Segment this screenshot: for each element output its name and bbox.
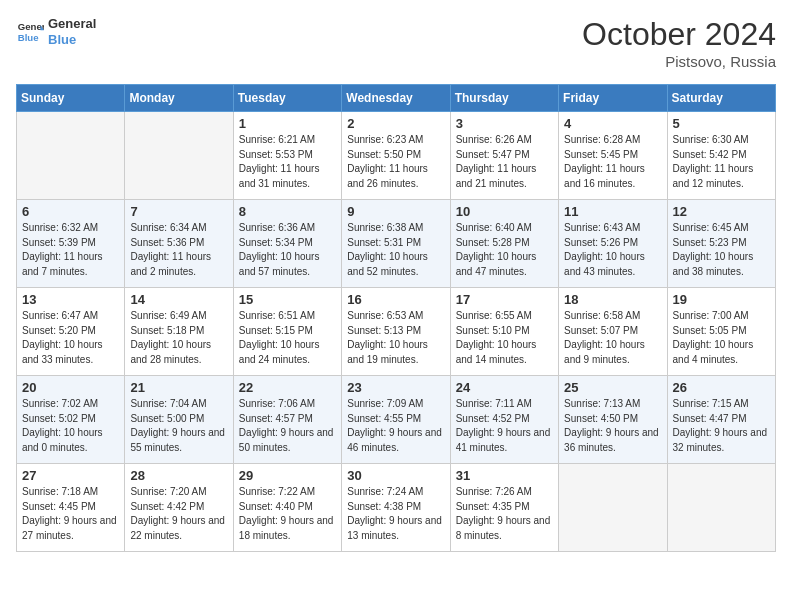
- day-number: 5: [673, 116, 770, 131]
- day-number: 9: [347, 204, 444, 219]
- calendar-cell: 10Sunrise: 6:40 AM Sunset: 5:28 PM Dayli…: [450, 200, 558, 288]
- calendar-cell: 1Sunrise: 6:21 AM Sunset: 5:53 PM Daylig…: [233, 112, 341, 200]
- day-info: Sunrise: 6:32 AM Sunset: 5:39 PM Dayligh…: [22, 221, 119, 279]
- day-number: 23: [347, 380, 444, 395]
- day-number: 1: [239, 116, 336, 131]
- day-number: 27: [22, 468, 119, 483]
- calendar-cell: 9Sunrise: 6:38 AM Sunset: 5:31 PM Daylig…: [342, 200, 450, 288]
- day-number: 11: [564, 204, 661, 219]
- day-number: 15: [239, 292, 336, 307]
- calendar-cell: 17Sunrise: 6:55 AM Sunset: 5:10 PM Dayli…: [450, 288, 558, 376]
- logo-text-blue: Blue: [48, 32, 96, 48]
- day-info: Sunrise: 7:00 AM Sunset: 5:05 PM Dayligh…: [673, 309, 770, 367]
- calendar-cell: 12Sunrise: 6:45 AM Sunset: 5:23 PM Dayli…: [667, 200, 775, 288]
- page-header: General Blue General Blue October 2024 P…: [16, 16, 776, 70]
- calendar-cell: [559, 464, 667, 552]
- day-info: Sunrise: 6:23 AM Sunset: 5:50 PM Dayligh…: [347, 133, 444, 191]
- day-number: 18: [564, 292, 661, 307]
- calendar-cell: 14Sunrise: 6:49 AM Sunset: 5:18 PM Dayli…: [125, 288, 233, 376]
- day-number: 6: [22, 204, 119, 219]
- day-number: 4: [564, 116, 661, 131]
- calendar-cell: 13Sunrise: 6:47 AM Sunset: 5:20 PM Dayli…: [17, 288, 125, 376]
- day-info: Sunrise: 7:02 AM Sunset: 5:02 PM Dayligh…: [22, 397, 119, 455]
- calendar-cell: 27Sunrise: 7:18 AM Sunset: 4:45 PM Dayli…: [17, 464, 125, 552]
- calendar-cell: 22Sunrise: 7:06 AM Sunset: 4:57 PM Dayli…: [233, 376, 341, 464]
- day-info: Sunrise: 6:21 AM Sunset: 5:53 PM Dayligh…: [239, 133, 336, 191]
- month-title: October 2024: [582, 16, 776, 53]
- logo-text-general: General: [48, 16, 96, 32]
- calendar-cell: 28Sunrise: 7:20 AM Sunset: 4:42 PM Dayli…: [125, 464, 233, 552]
- day-info: Sunrise: 7:09 AM Sunset: 4:55 PM Dayligh…: [347, 397, 444, 455]
- day-info: Sunrise: 6:28 AM Sunset: 5:45 PM Dayligh…: [564, 133, 661, 191]
- day-number: 12: [673, 204, 770, 219]
- logo-icon: General Blue: [16, 18, 44, 46]
- calendar-cell: 24Sunrise: 7:11 AM Sunset: 4:52 PM Dayli…: [450, 376, 558, 464]
- week-row-2: 6Sunrise: 6:32 AM Sunset: 5:39 PM Daylig…: [17, 200, 776, 288]
- svg-text:Blue: Blue: [18, 31, 39, 42]
- day-info: Sunrise: 7:26 AM Sunset: 4:35 PM Dayligh…: [456, 485, 553, 543]
- col-header-tuesday: Tuesday: [233, 85, 341, 112]
- day-number: 10: [456, 204, 553, 219]
- day-info: Sunrise: 6:47 AM Sunset: 5:20 PM Dayligh…: [22, 309, 119, 367]
- svg-text:General: General: [18, 21, 44, 32]
- day-info: Sunrise: 7:13 AM Sunset: 4:50 PM Dayligh…: [564, 397, 661, 455]
- day-number: 2: [347, 116, 444, 131]
- day-info: Sunrise: 6:49 AM Sunset: 5:18 PM Dayligh…: [130, 309, 227, 367]
- calendar-cell: [667, 464, 775, 552]
- calendar-cell: 23Sunrise: 7:09 AM Sunset: 4:55 PM Dayli…: [342, 376, 450, 464]
- week-row-1: 1Sunrise: 6:21 AM Sunset: 5:53 PM Daylig…: [17, 112, 776, 200]
- day-number: 21: [130, 380, 227, 395]
- calendar-cell: 26Sunrise: 7:15 AM Sunset: 4:47 PM Dayli…: [667, 376, 775, 464]
- day-info: Sunrise: 7:22 AM Sunset: 4:40 PM Dayligh…: [239, 485, 336, 543]
- day-info: Sunrise: 7:15 AM Sunset: 4:47 PM Dayligh…: [673, 397, 770, 455]
- day-number: 25: [564, 380, 661, 395]
- day-number: 22: [239, 380, 336, 395]
- calendar-cell: [125, 112, 233, 200]
- calendar-cell: 8Sunrise: 6:36 AM Sunset: 5:34 PM Daylig…: [233, 200, 341, 288]
- logo: General Blue General Blue: [16, 16, 96, 47]
- col-header-saturday: Saturday: [667, 85, 775, 112]
- title-block: October 2024 Pistsovo, Russia: [582, 16, 776, 70]
- day-number: 31: [456, 468, 553, 483]
- calendar-cell: 21Sunrise: 7:04 AM Sunset: 5:00 PM Dayli…: [125, 376, 233, 464]
- calendar-cell: 4Sunrise: 6:28 AM Sunset: 5:45 PM Daylig…: [559, 112, 667, 200]
- day-number: 8: [239, 204, 336, 219]
- day-info: Sunrise: 6:34 AM Sunset: 5:36 PM Dayligh…: [130, 221, 227, 279]
- calendar-cell: 3Sunrise: 6:26 AM Sunset: 5:47 PM Daylig…: [450, 112, 558, 200]
- week-row-5: 27Sunrise: 7:18 AM Sunset: 4:45 PM Dayli…: [17, 464, 776, 552]
- day-info: Sunrise: 7:24 AM Sunset: 4:38 PM Dayligh…: [347, 485, 444, 543]
- day-number: 7: [130, 204, 227, 219]
- calendar-cell: 11Sunrise: 6:43 AM Sunset: 5:26 PM Dayli…: [559, 200, 667, 288]
- day-info: Sunrise: 6:53 AM Sunset: 5:13 PM Dayligh…: [347, 309, 444, 367]
- calendar-cell: 15Sunrise: 6:51 AM Sunset: 5:15 PM Dayli…: [233, 288, 341, 376]
- col-header-sunday: Sunday: [17, 85, 125, 112]
- day-number: 24: [456, 380, 553, 395]
- calendar-cell: [17, 112, 125, 200]
- calendar-cell: 7Sunrise: 6:34 AM Sunset: 5:36 PM Daylig…: [125, 200, 233, 288]
- calendar-cell: 6Sunrise: 6:32 AM Sunset: 5:39 PM Daylig…: [17, 200, 125, 288]
- day-info: Sunrise: 7:18 AM Sunset: 4:45 PM Dayligh…: [22, 485, 119, 543]
- day-number: 29: [239, 468, 336, 483]
- day-info: Sunrise: 6:45 AM Sunset: 5:23 PM Dayligh…: [673, 221, 770, 279]
- day-info: Sunrise: 7:11 AM Sunset: 4:52 PM Dayligh…: [456, 397, 553, 455]
- calendar-cell: 5Sunrise: 6:30 AM Sunset: 5:42 PM Daylig…: [667, 112, 775, 200]
- day-info: Sunrise: 6:55 AM Sunset: 5:10 PM Dayligh…: [456, 309, 553, 367]
- day-info: Sunrise: 7:06 AM Sunset: 4:57 PM Dayligh…: [239, 397, 336, 455]
- calendar-cell: 2Sunrise: 6:23 AM Sunset: 5:50 PM Daylig…: [342, 112, 450, 200]
- calendar-cell: 29Sunrise: 7:22 AM Sunset: 4:40 PM Dayli…: [233, 464, 341, 552]
- col-header-wednesday: Wednesday: [342, 85, 450, 112]
- day-number: 14: [130, 292, 227, 307]
- calendar-cell: 30Sunrise: 7:24 AM Sunset: 4:38 PM Dayli…: [342, 464, 450, 552]
- day-number: 19: [673, 292, 770, 307]
- week-row-4: 20Sunrise: 7:02 AM Sunset: 5:02 PM Dayli…: [17, 376, 776, 464]
- day-number: 20: [22, 380, 119, 395]
- day-info: Sunrise: 6:36 AM Sunset: 5:34 PM Dayligh…: [239, 221, 336, 279]
- calendar-cell: 31Sunrise: 7:26 AM Sunset: 4:35 PM Dayli…: [450, 464, 558, 552]
- day-number: 28: [130, 468, 227, 483]
- day-number: 26: [673, 380, 770, 395]
- day-info: Sunrise: 6:40 AM Sunset: 5:28 PM Dayligh…: [456, 221, 553, 279]
- location-subtitle: Pistsovo, Russia: [582, 53, 776, 70]
- calendar-cell: 20Sunrise: 7:02 AM Sunset: 5:02 PM Dayli…: [17, 376, 125, 464]
- day-info: Sunrise: 6:30 AM Sunset: 5:42 PM Dayligh…: [673, 133, 770, 191]
- day-info: Sunrise: 6:26 AM Sunset: 5:47 PM Dayligh…: [456, 133, 553, 191]
